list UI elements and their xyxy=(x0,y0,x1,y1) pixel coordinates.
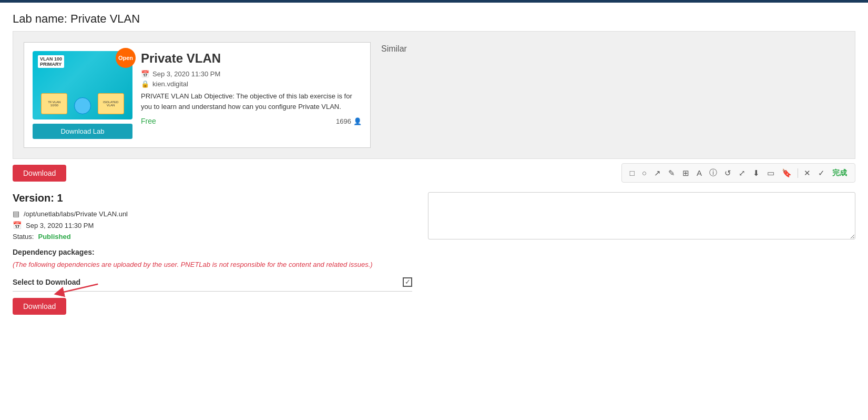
similar-panel: Similar xyxy=(381,42,844,148)
version-date-row: 📅 Sep 3, 2020 11:30 PM xyxy=(13,221,412,229)
close-icon[interactable]: ✕ xyxy=(802,167,812,179)
similar-title: Similar xyxy=(381,42,844,56)
status-row: Status: Published xyxy=(13,233,412,241)
calendar-icon-2: 📅 xyxy=(13,221,22,229)
info-icon[interactable]: ⓘ xyxy=(708,167,719,179)
download-button-1[interactable]: Download xyxy=(13,165,66,182)
version-left: Version: 1 ▤ /opt/unetlab/labs/Private V… xyxy=(13,192,412,315)
lab-date: Sep 3, 2020 11:30 PM xyxy=(152,70,220,78)
user-icon: 🔒 xyxy=(141,80,149,88)
vlan-label: VLAN 100PRIMARY xyxy=(38,55,64,68)
version-right xyxy=(428,192,855,315)
lab-title: Private VLAN xyxy=(141,51,362,66)
svg-line-1 xyxy=(59,277,98,299)
status-label: Status: xyxy=(13,233,34,241)
version-title: Version: 1 xyxy=(13,192,412,204)
checkbox-checkmark: ✓ xyxy=(405,278,411,286)
card-section: VLAN 100PRIMARY TF.VLAN10/30 ISOLATEDVLA… xyxy=(13,31,855,159)
file-path: /opt/unetlab/labs/Private VLAN.unl xyxy=(24,210,128,218)
lab-card: VLAN 100PRIMARY TF.VLAN10/30 ISOLATEDVLA… xyxy=(24,42,371,148)
pencil-icon[interactable]: ✎ xyxy=(667,167,677,179)
lab-card-inner: VLAN 100PRIMARY TF.VLAN10/30 ISOLATEDVLA… xyxy=(33,51,362,139)
page-title: Lab name: Private VLAN xyxy=(0,3,868,31)
lab-footer: Free 1696 👤 xyxy=(141,117,362,125)
arrow-icon[interactable]: ↗ xyxy=(652,167,662,179)
file-path-row: ▤ /opt/unetlab/labs/Private VLAN.unl xyxy=(13,209,412,218)
toolbar-icons: □ ○ ↗ ✎ ⊞ A ⓘ ↺ ⤢ ⬇ ▭ 🔖 ✕ ✓ 完成 xyxy=(621,163,855,183)
check-icon[interactable]: ✓ xyxy=(816,167,826,179)
toolbar-row: Download □ ○ ↗ ✎ ⊞ A ⓘ ↺ ⤢ ⬇ ▭ 🔖 ✕ ✓ 完成 xyxy=(13,159,855,187)
status-value: Published xyxy=(38,233,70,241)
file-icon: ▤ xyxy=(13,209,19,218)
download-button-2[interactable]: Download xyxy=(13,298,66,315)
person-icon: 👤 xyxy=(353,117,362,125)
lab-description: PRIVATE VLAN Lab Objective: The objectiv… xyxy=(141,91,362,112)
grid-icon[interactable]: ⊞ xyxy=(681,167,691,179)
undo-icon[interactable]: ↺ xyxy=(723,167,733,179)
open-badge: Open xyxy=(116,48,136,68)
thumb-node-center xyxy=(74,97,91,114)
lab-date-row: 📅 Sep 3, 2020 11:30 PM xyxy=(141,70,362,78)
rectangle-icon[interactable]: ▭ xyxy=(765,167,776,179)
toolbar-divider xyxy=(798,168,798,178)
rect-icon[interactable]: □ xyxy=(628,167,636,178)
circle-icon[interactable]: ○ xyxy=(640,167,648,178)
download-lab-button[interactable]: Download Lab xyxy=(33,124,132,139)
thumb-nodes: TF.VLAN10/30 ISOLATEDVLAN xyxy=(38,93,127,114)
bookmark-icon[interactable]: 🔖 xyxy=(780,167,793,179)
notes-textarea[interactable] xyxy=(428,192,855,239)
calendar-icon: 📅 xyxy=(141,70,149,78)
dependency-note: (The following dependencies are uploaded… xyxy=(13,259,412,270)
dependency-label: Dependency packages: xyxy=(13,248,412,256)
lab-author-row: 🔒 kien.vdigital xyxy=(141,80,362,88)
thumb-node-2: ISOLATEDVLAN xyxy=(98,93,124,114)
arrow-wrap: Download xyxy=(13,298,66,315)
version-section: Version: 1 ▤ /opt/unetlab/labs/Private V… xyxy=(13,192,855,315)
thumb-node-1: TF.VLAN10/30 xyxy=(41,93,67,114)
download-icon[interactable]: ⬇ xyxy=(751,167,761,179)
text-icon[interactable]: A xyxy=(695,167,703,178)
expand-icon[interactable]: ⤢ xyxy=(737,167,747,179)
lab-downloads-count: 1696 xyxy=(336,117,351,125)
lab-users: 1696 👤 xyxy=(336,117,362,125)
select-download-checkbox[interactable]: ✓ xyxy=(403,277,412,287)
version-date: Sep 3, 2020 11:30 PM xyxy=(26,222,94,229)
lab-price: Free xyxy=(141,117,156,125)
lab-thumbnail-wrap: VLAN 100PRIMARY TF.VLAN10/30 ISOLATEDVLA… xyxy=(33,51,132,139)
lab-author: kien.vdigital xyxy=(152,80,188,88)
done-label[interactable]: 完成 xyxy=(831,167,849,179)
lab-info: Private VLAN 📅 Sep 3, 2020 11:30 PM 🔒 ki… xyxy=(141,51,362,125)
main-content: VLAN 100PRIMARY TF.VLAN10/30 ISOLATEDVLA… xyxy=(0,31,868,327)
